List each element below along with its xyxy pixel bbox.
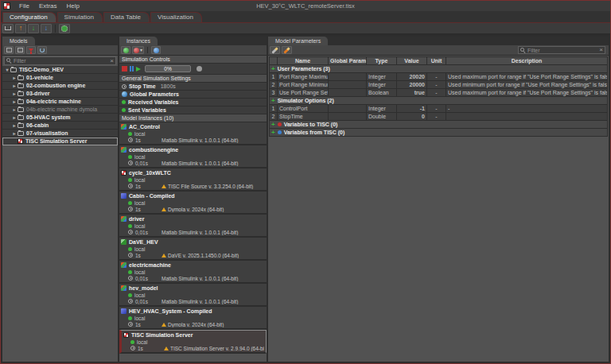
play-simulation-button[interactable] [136, 67, 141, 72]
instance-location: local [134, 200, 145, 206]
column-header-unit[interactable]: Unit [427, 57, 446, 65]
expand-plus-icon[interactable]: + [271, 98, 275, 104]
column-header-name[interactable]: Name [278, 57, 329, 65]
column-header-global-parameter[interactable]: Global Parameter [329, 57, 367, 65]
expand-all-button[interactable] [4, 46, 14, 54]
instance-card-dave-hev[interactable]: DaVE_HEVlocal1sDaVE v. 2025.1.1450.0 (64… [119, 238, 267, 261]
parameter-row-stoptime[interactable]: 2StopTimeDouble0- [270, 113, 608, 121]
instances-panel-tabs: Instances [119, 37, 267, 45]
menu-help[interactable]: Help [62, 2, 84, 10]
instance-card-combustionengine[interactable]: combustionenginelocal0,01sMatlab Simulin… [119, 145, 267, 168]
parameter-group-variables-from-tisc-0[interactable]: +Variables from TISC (0) [270, 129, 608, 137]
models-filter-input[interactable] [14, 58, 108, 64]
sent-variables-row[interactable]: Sent Variables [119, 106, 267, 114]
parameter-value[interactable]: 20000 [397, 81, 427, 89]
tree-twisty-icon[interactable]: ▸ [11, 91, 18, 96]
tab-data-table[interactable]: Data Table [103, 12, 150, 22]
filter-button[interactable] [26, 46, 36, 54]
folder-icon [18, 83, 24, 88]
pause-simulation-button[interactable] [130, 66, 134, 72]
parameter-value[interactable]: true [397, 89, 427, 97]
clear-filter-icon[interactable]: × [110, 58, 114, 64]
tree-twisty-icon[interactable]: ▸ [11, 130, 18, 136]
tree-item-03-driver[interactable]: ▸03-driver [2, 90, 118, 98]
parameter-group-user-parameters-3[interactable]: +User Parameters (3) [270, 65, 608, 73]
tree-twisty-icon[interactable]: ▾ [4, 67, 10, 72]
online-status-icon [128, 293, 132, 297]
main-toolbar: ↑ ↓ ↓ [1, 23, 610, 35]
tree-twisty-icon[interactable]: ▸ [11, 122, 18, 128]
parameter-row-use-port-range-settings[interactable]: 3Use Port Range SettingsBooleantrue-Used… [270, 89, 608, 97]
parameter-row-controlport[interactable]: 1ControlPortInteger-1-- [270, 105, 608, 113]
parameter-row-port-range-minimum[interactable]: 2Port Range MinimumInteger20000-Used min… [270, 81, 608, 89]
instance-card-electricmachine[interactable]: electricmachinelocal0,01sMatlab Simulink… [119, 261, 267, 284]
collapse-all-button[interactable] [15, 46, 25, 54]
instances-panel-tab[interactable]: Instances [119, 37, 158, 45]
index-column-header[interactable] [270, 57, 278, 65]
clear-filter-icon[interactable]: × [599, 47, 603, 53]
folder-icon [18, 115, 24, 120]
instance-location: local [134, 223, 145, 229]
parameters-filter-input[interactable] [527, 48, 597, 53]
new-configuration-button[interactable] [2, 24, 14, 33]
global-parameters-row[interactable]: Global Parameters [119, 91, 267, 99]
models-panel-tab[interactable]: Models [2, 37, 35, 45]
stop-time-row[interactable]: Stop Time 1800s [119, 83, 267, 91]
instance-card-driver[interactable]: driverlocal0,01sMatlab Simulink v. 1.0.0… [119, 215, 267, 238]
import-button[interactable]: ↑ [15, 24, 26, 33]
tree-twisty-icon[interactable]: ▸ [11, 99, 18, 104]
tab-simulation[interactable]: Simulation [57, 12, 103, 22]
tree-item-01-vehicle[interactable]: ▸01-vehicle [2, 74, 118, 82]
expand-plus-icon[interactable]: + [271, 130, 275, 136]
parameter-row-port-range-maximum[interactable]: 1Port Range MaximumInteger20020-Used max… [270, 73, 608, 81]
instance-card-tisc-simulation-server[interactable]: TISC Simulation Serverlocal1sTISC Simula… [119, 330, 267, 354]
tree-twisty-icon[interactable]: ▸ [11, 114, 18, 120]
tree-item-05-hvac-system[interactable]: ▸05-HVAC system [2, 114, 118, 122]
expand-plus-icon[interactable]: + [271, 122, 275, 128]
menu-file[interactable]: File [14, 2, 34, 10]
application-window: File Extras Help HEV_30°C_WLTC_remoteSer… [0, 0, 611, 364]
search-icon [520, 48, 526, 53]
parameter-value[interactable]: 20020 [397, 73, 427, 81]
tree-item-04b-electric-machine-dymola[interactable]: ▸04b-electric machine dymola [2, 106, 118, 114]
tab-configuration[interactable]: Configuration [2, 12, 56, 22]
tree-twisty-icon[interactable]: ▸ [11, 106, 18, 112]
stop-simulation-button[interactable] [122, 66, 127, 72]
tree-item-02-combustion-engine[interactable]: ▸02-combustion engine [2, 82, 118, 90]
instance-card-hev-hvac-system-compiled[interactable]: HEV_HVAC_System - Compiledlocal1sDymola … [119, 307, 267, 330]
tree-twisty-icon[interactable]: ▸ [11, 75, 18, 80]
edit-parameter-button[interactable] [270, 46, 280, 54]
tree-item-04a-electric-machine[interactable]: ▸04a-electric machine [2, 98, 118, 106]
parameter-value[interactable]: 0 [397, 113, 427, 121]
parameter-value[interactable]: -1 [397, 105, 427, 113]
menu-extras[interactable]: Extras [34, 2, 62, 10]
search-icon [6, 58, 12, 64]
received-variables-row[interactable]: Received Variables [119, 99, 267, 106]
export-button[interactable]: ↓ [28, 24, 39, 33]
tab-visualization[interactable]: Visualization [150, 12, 202, 22]
parameters-panel-tabs: Model Parameters [268, 37, 609, 45]
column-header-value[interactable]: Value [397, 57, 427, 65]
refresh-button[interactable] [37, 46, 47, 54]
tree-twisty-icon[interactable]: ▸ [11, 83, 18, 88]
parameter-group-variables-to-tisc-0[interactable]: +Variables to TISC (0) [270, 121, 608, 129]
edit-all-parameters-button[interactable] [282, 46, 292, 54]
parameters-panel-tab[interactable]: Model Parameters [268, 37, 328, 45]
start-all-button[interactable] [121, 46, 130, 54]
instance-card-cabin-compiled[interactable]: Cabin - Compiledlocal1sDymola v. 2024x (… [119, 192, 267, 215]
save-button[interactable]: ↓ [41, 24, 52, 33]
instance-card-hev-model[interactable]: hev_modellocal0,01sMatlab Simulink v. 1.… [119, 284, 267, 307]
tree-item-07-visualisation[interactable]: ▸07-visualisation [2, 130, 118, 137]
instance-card-cycle-10xwltc[interactable]: cycle_10xWLTClocal1sTISC File Source v. … [119, 168, 267, 192]
stop-all-button[interactable]: ▾ [132, 46, 144, 54]
settings-button[interactable] [59, 24, 70, 33]
column-header-description[interactable]: Description [446, 57, 608, 65]
server-status-button[interactable] [151, 46, 161, 54]
tree-item-06-cabin[interactable]: ▸06-cabin [2, 122, 118, 130]
parameter-group-simulator-options-2[interactable]: +Simulator Options (2) [270, 97, 608, 105]
tree-item-tisc-demo-hev[interactable]: ▾TISC-Demo_HEV [2, 66, 118, 74]
expand-plus-icon[interactable]: + [271, 66, 275, 72]
tree-item-tisc-simulation-server[interactable]: TISC Simulation Server [2, 137, 118, 145]
instance-card-ac-control[interactable]: AC_Controllocal1sMatlab Simulink v. 1.0.… [119, 122, 267, 145]
column-header-type[interactable]: Type [367, 57, 397, 65]
